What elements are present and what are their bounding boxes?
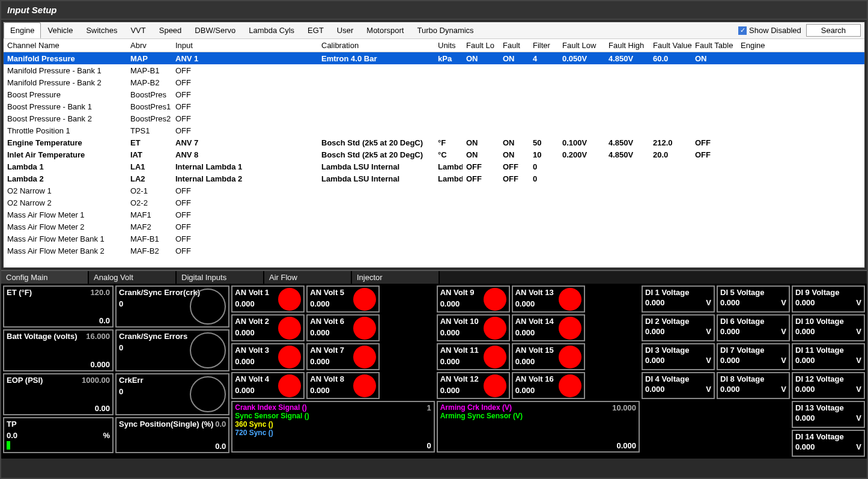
table-row[interactable]: Throttle Position 1TPS1OFF xyxy=(4,124,864,136)
gauge-an-volt[interactable]: AN Volt 10.000 xyxy=(231,285,305,313)
gauge-crk-sync-errors[interactable]: Crank/Sync Errors 0 xyxy=(115,329,229,371)
gauge-an-volt[interactable]: AN Volt 130.000 xyxy=(512,285,585,313)
main-tab[interactable]: Vehicle xyxy=(41,22,79,38)
col-fault-table[interactable]: Fault Table xyxy=(691,40,737,50)
cell-units xyxy=(434,94,463,95)
gauge-an-volt[interactable]: AN Volt 140.000 xyxy=(512,314,585,341)
col-input[interactable]: Input xyxy=(172,40,318,50)
table-row[interactable]: Lambda 1LA1Internal Lambda 1Lambda LSU I… xyxy=(4,160,864,172)
gauge-et[interactable]: ET (°F) 120.0 0.0 xyxy=(3,285,114,328)
gauge-di-voltage[interactable]: DI 3 Voltage0.000V xyxy=(642,343,715,370)
gauge-an-volt[interactable]: AN Volt 30.000 xyxy=(231,343,305,370)
table-row[interactable]: O2 Narrow 1O2-1OFF xyxy=(4,185,864,197)
col-engine[interactable]: Engine xyxy=(737,40,773,50)
main-tab[interactable]: Speed xyxy=(153,22,189,38)
gauge-batt[interactable]: Batt Voltage (volts) 16.000 0.000 xyxy=(3,329,114,371)
main-tab[interactable]: Lambda Cyls xyxy=(242,22,301,38)
cell-cal: Lambda LSU Internal xyxy=(318,174,434,184)
table-row[interactable]: Boost Pressure - Bank 1BoostPres1OFF xyxy=(4,100,864,112)
gauge-di-voltage[interactable]: DI 5 Voltage0.000V xyxy=(717,285,790,313)
col-fault-lo[interactable]: Fault Lo xyxy=(463,40,499,50)
cell-flow xyxy=(559,250,605,251)
gauge-an-volt[interactable]: AN Volt 160.000 xyxy=(512,372,585,399)
col-channel-name[interactable]: Channel Name xyxy=(4,40,127,50)
cell-abrv: ET xyxy=(127,138,172,148)
bottom-tab[interactable]: Digital Inputs xyxy=(177,271,264,284)
table-row[interactable]: Mass Air Flow Meter Bank 2MAF-B2OFF xyxy=(4,245,864,257)
search-button[interactable]: Search xyxy=(806,24,861,37)
gauge-an-volt[interactable]: AN Volt 70.000 xyxy=(306,343,380,370)
gauge-crkerr2[interactable]: CrkErr 0 xyxy=(115,373,229,415)
col-fault[interactable]: Fault xyxy=(499,40,529,50)
cell-name: Lambda 1 xyxy=(4,162,127,172)
cell-eng xyxy=(737,166,773,167)
gauge-an-volt[interactable]: AN Volt 100.000 xyxy=(437,314,510,341)
table-row[interactable]: Boost Pressure - Bank 2BoostPres2OFF xyxy=(4,112,864,124)
gauge-di-voltage[interactable]: DI 4 Voltage0.000V xyxy=(642,372,715,399)
table-row[interactable]: Manifold PressureMAPANV 1Emtron 4.0 Bark… xyxy=(4,52,864,64)
bottom-tab[interactable]: Config Main xyxy=(1,271,89,284)
main-tab[interactable]: Switches xyxy=(79,22,124,38)
gauge-di-voltage[interactable]: DI 7 Voltage0.000V xyxy=(717,343,790,370)
bottom-tab[interactable]: Analog Volt xyxy=(89,271,177,284)
main-tab[interactable]: Motorsport xyxy=(360,22,410,38)
cell-eng xyxy=(737,190,773,191)
gauge-eop[interactable]: EOP (PSI) 1000.00 0.00 xyxy=(3,373,114,415)
main-tab[interactable]: Turbo Dynamics xyxy=(410,22,480,38)
col-filter[interactable]: Filter xyxy=(529,40,559,50)
gauge-crk-sync-error[interactable]: Crank/Sync Error(crk) 0 xyxy=(115,285,229,328)
table-row[interactable]: Manifold Pressure - Bank 1MAP-B1OFF xyxy=(4,64,864,76)
col-units[interactable]: Units xyxy=(434,40,463,50)
gauge-tp[interactable]: TP 0.0 % xyxy=(3,417,114,453)
main-tab[interactable]: User xyxy=(330,22,360,38)
main-tab[interactable]: DBW/Servo xyxy=(188,22,242,38)
table-row[interactable]: Lambda 2LA2Internal Lambda 2Lambda LSU I… xyxy=(4,172,864,185)
main-tab[interactable]: Engine xyxy=(4,22,41,38)
main-tab[interactable]: VVT xyxy=(124,22,152,38)
bottom-tab[interactable]: Injector xyxy=(352,271,440,284)
gauge-di-voltage[interactable]: DI 2 Voltage0.000V xyxy=(642,314,715,341)
gauge-signals-1[interactable]: Crank Index Signal ()Sync Sensor Signal … xyxy=(231,401,434,453)
gauge-signals-2[interactable]: Arming Crk Index (V)Arming Sync Sensor (… xyxy=(437,401,640,453)
gauge-di-voltage[interactable]: DI 8 Voltage0.000V xyxy=(717,372,790,399)
table-row[interactable]: Mass Air Flow Meter Bank 1MAF-B1OFF xyxy=(4,233,864,245)
col-fault-high[interactable]: Fault High xyxy=(605,40,649,50)
gauge-an-volt[interactable]: AN Volt 110.000 xyxy=(437,343,510,370)
main-tab[interactable]: EGT xyxy=(301,22,330,38)
cell-fault xyxy=(499,250,529,251)
gauge-di-voltage[interactable]: DI 10 Voltage0.000V xyxy=(792,314,865,341)
gauge-di-voltage[interactable]: DI 6 Voltage0.000V xyxy=(717,314,790,341)
gauge-di-voltage[interactable]: DI 13 Voltage0.000V xyxy=(792,401,865,428)
gauge-di-voltage[interactable]: DI 9 Voltage0.000V xyxy=(792,285,865,313)
table-row[interactable]: Mass Air Flow Meter 2MAF2OFF xyxy=(4,221,864,233)
gauge-an-volt[interactable]: AN Volt 150.000 xyxy=(512,343,585,370)
cell-name: O2 Narrow 2 xyxy=(4,198,127,208)
gauge-an-volt[interactable]: AN Volt 50.000 xyxy=(306,285,380,313)
gauge-di-voltage[interactable]: DI 11 Voltage0.000V xyxy=(792,343,865,370)
gauge-sync-position[interactable]: Sync Position(Single) (%) 0.0 0.0 xyxy=(115,417,229,453)
cell-units: °F xyxy=(434,138,463,148)
gauge-an-volt[interactable]: AN Volt 60.000 xyxy=(306,314,380,341)
gauge-di-voltage[interactable]: DI 1 Voltage0.000V xyxy=(642,285,715,313)
table-row[interactable]: Boost PressureBoostPresOFF xyxy=(4,88,864,100)
table-row[interactable]: Mass Air Flow Meter 1MAF1OFF xyxy=(4,209,864,221)
col-fault-value[interactable]: Fault Value xyxy=(649,40,691,50)
gauge-an-volt[interactable]: AN Volt 40.000 xyxy=(231,372,305,399)
col-abrv[interactable]: Abrv xyxy=(127,40,172,50)
gauge-an-volt[interactable]: AN Volt 80.000 xyxy=(306,372,380,399)
table-row[interactable]: Engine TemperatureETANV 7Bosch Std (2k5 … xyxy=(4,136,864,148)
gauge-an-volt[interactable]: AN Volt 90.000 xyxy=(437,285,510,313)
cell-fhigh xyxy=(605,70,649,71)
gauge-di-voltage[interactable]: DI 14 Voltage0.000V xyxy=(792,430,865,457)
show-disabled-toggle[interactable]: ✓ Show Disabled xyxy=(733,26,806,35)
bottom-tab[interactable]: Air Flow xyxy=(264,271,352,284)
gauge-an-volt[interactable]: AN Volt 20.000 xyxy=(231,314,305,341)
gauge-di-voltage[interactable]: DI 12 Voltage0.000V xyxy=(792,372,865,399)
table-row[interactable]: O2 Narrow 2O2-2OFF xyxy=(4,197,864,209)
table-row[interactable]: Inlet Air TemperatureIATANV 8Bosch Std (… xyxy=(4,148,864,160)
col-fault-low[interactable]: Fault Low xyxy=(559,40,605,50)
cell-name: Boost Pressure - Bank 2 xyxy=(4,114,127,124)
gauge-an-volt[interactable]: AN Volt 120.000 xyxy=(437,372,510,399)
col-calibration[interactable]: Calibration xyxy=(318,40,434,50)
table-row[interactable]: Manifold Pressure - Bank 2MAP-B2OFF xyxy=(4,76,864,88)
